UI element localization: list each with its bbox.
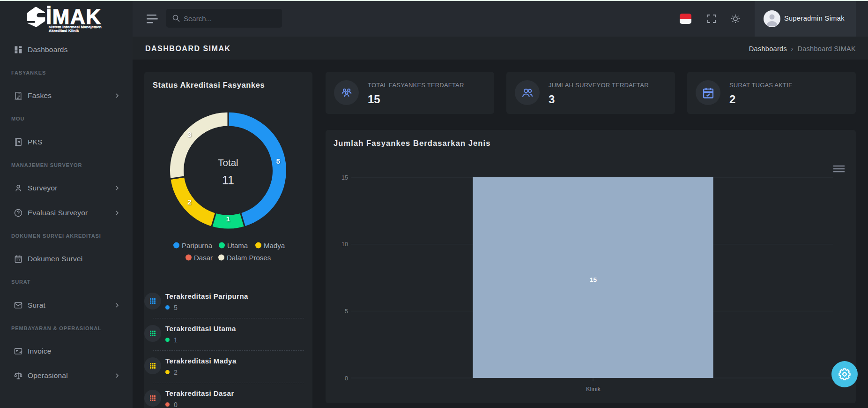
svg-text:Klinik: Klinik [586,385,601,393]
svg-text:Total: Total [218,157,238,168]
svg-text:11: 11 [222,174,234,187]
svg-text:5: 5 [276,157,280,165]
svg-text:5: 5 [345,308,348,315]
svg-text:0: 0 [345,375,348,382]
svg-text:10: 10 [341,241,348,248]
svg-text:3: 3 [187,130,191,138]
svg-text:2: 2 [187,198,191,206]
svg-text:1: 1 [226,215,230,223]
svg-text:15: 15 [590,276,597,283]
svg-text:15: 15 [341,174,348,181]
